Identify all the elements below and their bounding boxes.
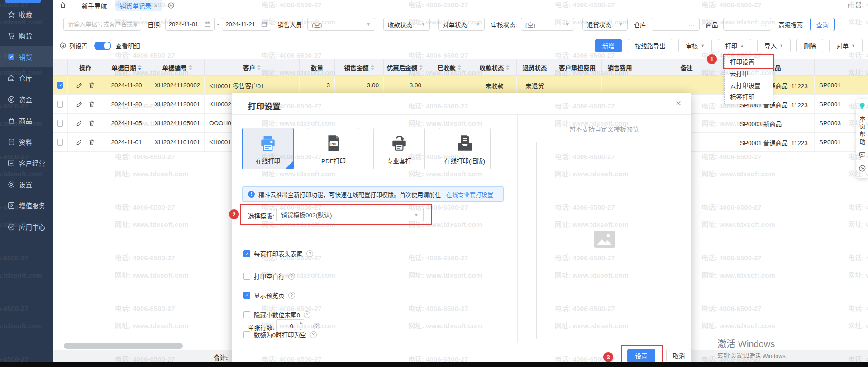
stepper-up-icon[interactable]: ▲ <box>297 320 305 326</box>
row-checkbox[interactable] <box>57 101 63 108</box>
tab-1[interactable]: 销货单记录 × <box>115 0 162 11</box>
salesperson-select[interactable]: (空)▼ <box>307 18 375 31</box>
edit-icon[interactable] <box>76 100 83 108</box>
toolbar-button-按线路导出[interactable]: 按线路导出 <box>628 39 673 52</box>
edit-icon[interactable] <box>76 81 83 89</box>
delete-icon[interactable] <box>88 81 95 89</box>
row-checkbox[interactable] <box>57 82 63 89</box>
toolbar-button-新增[interactable]: 新增 <box>595 39 622 52</box>
help-question-icon[interactable]: ? <box>304 311 310 318</box>
fullscreen-icon[interactable] <box>855 2 862 9</box>
toolbar-button-审核[interactable]: 审核 ▼ <box>678 39 712 52</box>
sidebar-item-appcenter[interactable]: 应用中心 <box>0 216 53 237</box>
sidebar-item-data[interactable]: 资料 <box>0 131 53 152</box>
view-detail-toggle[interactable] <box>94 42 111 50</box>
edit-icon[interactable] <box>76 138 83 146</box>
help-question-icon[interactable]: ? <box>306 250 313 257</box>
column-header-number[interactable]: 单据编号 <box>150 59 205 75</box>
sidebar-item-customer[interactable]: 客户经营 <box>0 152 53 174</box>
sort-icon[interactable] <box>371 65 374 70</box>
tab-list-icon[interactable] <box>166 0 175 10</box>
date-to-input[interactable] <box>222 18 271 31</box>
lightbulb-icon[interactable] <box>858 102 866 111</box>
help-question-icon[interactable]: ? <box>310 331 317 338</box>
warehouse-input[interactable]: ... <box>652 18 700 31</box>
sidebar-item-goods[interactable]: 商品 <box>0 110 53 131</box>
toolbar-button-对单[interactable]: 对单 ▼ <box>829 39 863 52</box>
row-checkbox[interactable] <box>57 120 63 127</box>
sort-icon[interactable] <box>257 65 261 70</box>
tab-0[interactable]: 新手导航 <box>77 0 112 11</box>
sidebar-item-warehouse[interactable]: 仓库 <box>0 67 53 89</box>
search-input[interactable] <box>63 18 141 31</box>
sort-icon[interactable] <box>419 65 423 70</box>
help-widget-label[interactable]: 本页帮助 <box>858 116 867 146</box>
help-question-icon[interactable]: ? <box>288 292 295 299</box>
horizontal-scrollbar[interactable] <box>64 343 183 349</box>
home-icon[interactable] <box>59 1 67 9</box>
print-mode-printerpro[interactable]: 专业套打 <box>373 128 425 169</box>
row-checkbox[interactable] <box>57 139 63 146</box>
sidebar-item-cart[interactable]: 购货 <box>0 25 53 46</box>
template-select[interactable]: 销货模板002(默认) ▼ <box>276 207 424 222</box>
notice-link[interactable]: 在线专业套打设置 <box>446 190 493 198</box>
scroll-top-icon[interactable]: ↑ <box>847 2 850 9</box>
collapse-icon[interactable] <box>858 165 866 174</box>
delete-icon[interactable] <box>88 119 95 127</box>
confirm-button[interactable]: 设置 <box>627 349 655 362</box>
close-icon[interactable]: × <box>154 2 158 9</box>
sidebar-item-star[interactable]: 收藏 <box>0 4 53 25</box>
sort-icon[interactable] <box>189 65 192 70</box>
sidebar-item-settings[interactable]: 设置 <box>0 174 53 195</box>
edit-icon[interactable] <box>76 119 83 127</box>
column-header-date[interactable]: 单据日期 <box>103 59 150 75</box>
cancel-button[interactable]: 取消 <box>666 349 692 362</box>
column-header-pay_status[interactable]: 收款状态 <box>472 59 517 75</box>
option-checkbox[interactable] <box>243 311 250 318</box>
sidebar-item-vas[interactable]: 增值服务 <box>0 195 53 216</box>
column-header-received[interactable]: 已收款 <box>426 59 472 75</box>
column-header-customer[interactable]: 客户 <box>205 59 300 75</box>
column-label: 已收款 <box>437 63 456 72</box>
return-status-select[interactable]: 退货状态:▼ <box>582 18 628 31</box>
column-header-after_discount[interactable]: 优惠后金额 <box>384 59 426 75</box>
toolbar-button-导入[interactable]: 导入 ▼ <box>757 39 791 52</box>
product-input[interactable]: ... <box>723 18 771 31</box>
print-menu-item[interactable]: 云打印设置 <box>725 79 773 91</box>
chat-icon[interactable] <box>858 151 866 160</box>
date-to-value[interactable] <box>225 21 258 28</box>
sort-icon[interactable] <box>506 65 510 70</box>
print-mode-printer[interactable]: 在线打印 <box>242 128 294 169</box>
help-question-icon[interactable]: ? <box>313 323 320 329</box>
option-checkbox[interactable] <box>243 273 250 280</box>
help-question-icon[interactable]: ? <box>288 273 295 280</box>
option-checkbox[interactable] <box>243 292 250 299</box>
chevron-down-icon: ▼ <box>421 22 425 27</box>
date-from-input[interactable] <box>165 18 215 31</box>
sidebar-item-label: 销货 <box>19 52 32 61</box>
column-settings-button[interactable]: 列设置 <box>59 41 88 50</box>
option-checkbox[interactable] <box>243 250 250 257</box>
audit-status-select[interactable]: (空)▼ <box>521 18 574 31</box>
query-button[interactable]: 查询 <box>810 18 835 31</box>
column-header-amount[interactable]: 销售金额 <box>335 59 384 75</box>
sidebar-item-sales[interactable]: 销货 <box>0 46 53 67</box>
toolbar-button-删除[interactable]: 删除 <box>796 39 823 52</box>
print-menu-item[interactable]: 标签打印 <box>725 91 773 103</box>
match-status-select[interactable]: 对单状态:▼ <box>438 18 485 31</box>
pay-status-select[interactable]: 收款状态:▼ <box>383 18 430 31</box>
close-icon[interactable]: × <box>676 98 681 108</box>
sort-icon[interactable] <box>458 65 461 70</box>
delete-icon[interactable] <box>88 100 95 108</box>
sort-icon[interactable] <box>138 65 142 70</box>
delete-icon[interactable] <box>88 138 95 146</box>
option-checkbox[interactable] <box>243 331 250 338</box>
sidebar-item-money[interactable]: 资金 <box>0 89 53 110</box>
toolbar-button-打印[interactable]: 打印 ▲ <box>718 39 751 52</box>
advanced-search-button[interactable]: 高级搜索 <box>778 20 803 29</box>
print-menu-item[interactable]: 打印设置 <box>725 56 773 67</box>
print-mode-pdf[interactable]: PDF PDF打印 <box>308 128 359 169</box>
date-from-value[interactable] <box>169 21 201 28</box>
print-mode-printerlegacy[interactable]: 在线打印(旧版) <box>439 128 491 169</box>
print-menu-item[interactable]: 云打印 <box>725 67 773 79</box>
